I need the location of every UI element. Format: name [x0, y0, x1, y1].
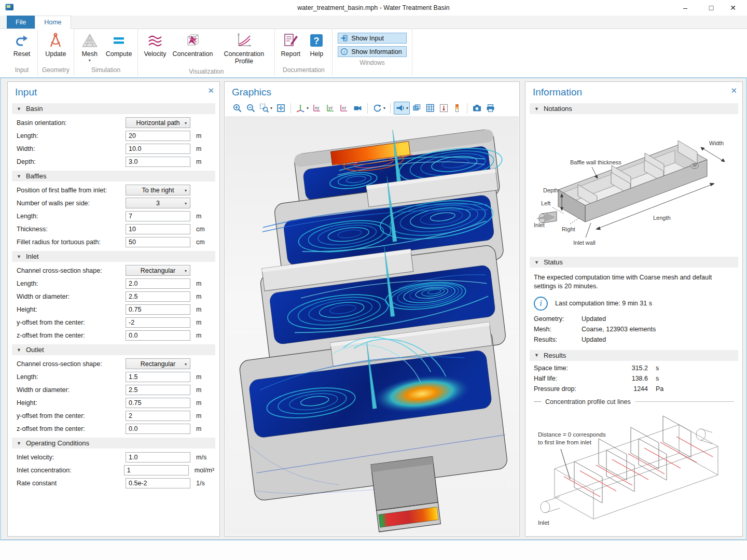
collapse-icon: ▼ [534, 260, 539, 265]
movie-button[interactable] [351, 102, 364, 115]
unit-label: m/s [196, 454, 206, 461]
graphics-canvas[interactable] [225, 116, 519, 536]
svg-text:Right: Right [562, 226, 575, 232]
z-offset-from-the-center-input[interactable] [126, 330, 190, 341]
snapshot-icon [472, 103, 482, 113]
fillet-radius-for-tortuous-path-input[interactable] [126, 237, 190, 247]
unit-label: m [196, 373, 201, 381]
view-xz-button[interactable]: xz [338, 102, 351, 115]
grid-button[interactable] [424, 102, 437, 115]
section-status[interactable]: ▼ Status [530, 257, 738, 268]
depth-input[interactable] [126, 157, 190, 167]
default-view-button[interactable]: ▾ [294, 102, 310, 115]
tab-file[interactable]: File [7, 16, 35, 29]
section-outlet[interactable]: ▼Outlet [12, 344, 215, 355]
dropdown-icon: ▾ [185, 188, 187, 193]
number-of-walls-per-side-select[interactable]: 3▾ [126, 198, 190, 208]
mesh-icon [81, 32, 99, 49]
height-input[interactable] [126, 304, 190, 315]
z-offset-from-the-center-input[interactable] [126, 424, 190, 434]
scene-light-button[interactable]: ▾ [394, 102, 410, 115]
width-input[interactable] [126, 144, 190, 154]
width-or-diameter-input[interactable] [126, 291, 190, 302]
section-notations[interactable]: ▼ Notations [530, 103, 738, 114]
snapshot-button[interactable] [471, 102, 483, 115]
basin-orientation-select[interactable]: Horizontal path▾ [126, 117, 190, 128]
input-panel-close-icon[interactable]: ✕ [208, 87, 214, 94]
concentration-button[interactable]: Concentration [170, 31, 216, 59]
width-or-diameter-input[interactable] [126, 385, 190, 395]
reset-button[interactable]: Reset [9, 31, 34, 59]
ribbon-group-geometry: Update Geometry [38, 29, 74, 76]
graphics-toolbar: ▾▾xyyzxz▾▾ [225, 101, 519, 116]
ribbon-group-documentation: Report ? Help Documentation [275, 29, 333, 76]
zoom-in-button[interactable] [231, 102, 244, 115]
length-input[interactable] [126, 131, 190, 141]
thickness-input[interactable] [126, 224, 190, 234]
view-yz-button[interactable]: yz [324, 102, 337, 115]
channel-cross-section-shape-select[interactable]: Rectangular▾ [126, 265, 190, 276]
section-inlet[interactable]: ▼Inlet [12, 251, 215, 262]
height-input[interactable] [126, 398, 190, 408]
plot-insert-button[interactable] [437, 102, 450, 115]
collapse-icon: ▼ [17, 106, 21, 111]
dropdown-icon: ▾ [307, 106, 309, 110]
print-button[interactable] [484, 102, 497, 115]
view-xz-icon: xz [339, 103, 349, 113]
position-of-first-baffle-from-inlet-select[interactable]: To the right▾ [126, 185, 190, 195]
y-offset-from-the-center-row: y-offset from the center:m [8, 316, 219, 329]
plot-insert-icon [439, 103, 449, 113]
view-xy-button[interactable]: xy [311, 102, 324, 115]
ribbon: Reset Input Update Geometry [0, 29, 747, 76]
zoom-box-button[interactable]: ▾ [258, 102, 274, 115]
help-button[interactable]: ? Help [304, 31, 329, 59]
basin-orientation-row: Basin orientation:Horizontal path▾ [8, 116, 219, 129]
ribbon-group-windows: Show Input i Show Information Windows [333, 29, 412, 76]
toolbar-separator [467, 103, 467, 114]
rotate-button[interactable]: ▾ [371, 102, 387, 115]
show-information-button[interactable]: i Show Information [338, 46, 406, 57]
collapse-icon: ▼ [534, 353, 539, 358]
y-offset-from-the-center-input[interactable] [126, 317, 190, 328]
field-label: Height: [17, 306, 126, 313]
field-label: Fillet radius for tortuous path: [17, 239, 126, 246]
length-row: Length:m [8, 370, 219, 383]
application-window: water_treatment_basin.mph - Water Treatm… [0, 0, 747, 560]
mesh-button[interactable]: Mesh ▾ [77, 31, 102, 64]
section-operating-conditions[interactable]: ▼Operating Conditions [12, 438, 215, 449]
tab-home[interactable]: Home [35, 16, 71, 29]
velocity-button[interactable]: Velocity [141, 31, 169, 59]
compute-button[interactable]: Compute [103, 31, 135, 59]
length-input[interactable] [126, 372, 190, 382]
y-offset-from-the-center-input[interactable] [126, 411, 190, 421]
width-or-diameter-row: Width or diameter:m [8, 290, 219, 303]
update-button[interactable]: Update [43, 31, 68, 59]
show-input-button[interactable]: Show Input [338, 33, 406, 44]
minimize-icon[interactable]: – [677, 2, 693, 13]
channel-cross-section-shape-select[interactable]: Rectangular▾ [126, 358, 190, 369]
rate-constant-input[interactable] [126, 478, 190, 488]
section-baffles[interactable]: ▼Baffles [12, 171, 215, 181]
length-row: Length:m [8, 209, 219, 222]
mesh-dropdown-icon[interactable]: ▾ [89, 58, 91, 63]
inlet-concentration-input[interactable] [124, 465, 189, 475]
color-legend-button[interactable] [451, 102, 464, 115]
section-basin[interactable]: ▼Basin [12, 103, 215, 114]
close-icon[interactable]: ✕ [725, 2, 741, 13]
view-yz-icon: yz [326, 103, 336, 113]
length-input[interactable] [126, 278, 190, 289]
information-panel-close-icon[interactable]: ✕ [730, 87, 737, 94]
section-results[interactable]: ▼ Results [530, 350, 738, 361]
transparency-button[interactable] [410, 102, 423, 115]
unit-label: m [196, 425, 201, 432]
maximize-icon[interactable]: □ [703, 2, 719, 13]
length-input[interactable] [126, 211, 190, 221]
cutlines-legend: Concentration profile cut lines [534, 398, 734, 405]
concentration-profile-button[interactable]: Concentration Profile [216, 31, 271, 66]
inlet-velocity-input[interactable] [126, 452, 190, 463]
report-button[interactable]: Report [278, 31, 303, 59]
field-label: Length: [17, 213, 126, 220]
zoom-extents-button[interactable] [274, 102, 287, 115]
field-label: Inlet velocity: [17, 454, 126, 461]
zoom-out-button[interactable] [244, 102, 257, 115]
